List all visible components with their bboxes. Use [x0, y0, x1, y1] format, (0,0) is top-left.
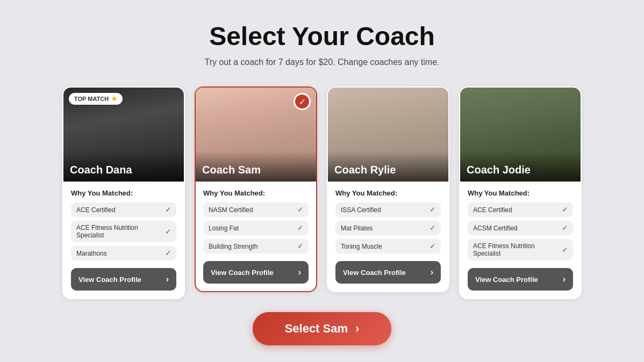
- page-title: Select Your Coach: [209, 21, 435, 51]
- tag-check-icon: ✓: [165, 206, 171, 214]
- tag-item: NASM Certified ✓: [203, 202, 309, 217]
- coaches-row: TOP MATCH ★ Coach Dana Why You Matched: …: [62, 86, 582, 299]
- tag-check-icon: ✓: [430, 224, 435, 232]
- coach-body: Why You Matched: ACE Certified ✓ ACE Fit…: [63, 182, 184, 291]
- tag-item: ACE Fitness Nutrition Specialist ✓: [71, 221, 176, 242]
- tag-item: Mat Pilates ✓: [335, 221, 441, 235]
- tag-item: Toning Muscle ✓: [335, 239, 441, 254]
- chevron-right-icon: ›: [298, 267, 301, 277]
- view-profile-label: View Coach Profile: [475, 276, 538, 284]
- select-button-label: Select Sam: [285, 322, 348, 336]
- tag-label: ACSM Certified: [473, 225, 518, 232]
- tag-check-icon: ✓: [297, 224, 303, 232]
- selected-check-icon: ✓: [294, 93, 311, 110]
- view-profile-label: View Coach Profile: [78, 276, 141, 284]
- coach-body: Why You Matched: ISSA Certified ✓ Mat Pi…: [328, 182, 448, 284]
- tag-label: Mat Pilates: [341, 225, 373, 232]
- view-profile-button[interactable]: View Coach Profile ›: [203, 261, 309, 284]
- coach-card-sam[interactable]: ✓ Coach Sam Why You Matched: NASM Certif…: [195, 86, 317, 292]
- why-matched-label: Why You Matched:: [71, 189, 176, 197]
- tag-check-icon: ✓: [430, 242, 435, 250]
- tags-list: ISSA Certified ✓ Mat Pilates ✓ Toning Mu…: [335, 202, 441, 254]
- coach-name: Coach Rylie: [328, 151, 448, 182]
- tag-check-icon: ✓: [430, 206, 435, 214]
- select-button-wrap: Select Sam ›: [253, 312, 392, 345]
- tag-item: ACE Certified ✓: [468, 202, 573, 217]
- tags-list: ACE Certified ✓ ACE Fitness Nutrition Sp…: [71, 202, 176, 260]
- tag-label: Toning Muscle: [341, 243, 382, 250]
- coach-name: Coach Dana: [63, 151, 184, 182]
- coach-card-rylie[interactable]: Coach Rylie Why You Matched: ISSA Certif…: [327, 86, 449, 292]
- tag-item: Marathons ✓: [71, 246, 176, 260]
- view-profile-label: View Coach Profile: [211, 269, 274, 277]
- tags-list: ACE Certified ✓ ACSM Certified ✓ ACE Fit…: [468, 202, 573, 260]
- tag-item: ISSA Certified ✓: [335, 202, 441, 217]
- chevron-right-icon: ›: [431, 267, 433, 277]
- tag-check-icon: ✓: [562, 224, 568, 232]
- tag-check-icon: ✓: [562, 206, 568, 214]
- tag-check-icon: ✓: [297, 206, 303, 214]
- view-profile-button[interactable]: View Coach Profile ›: [335, 261, 441, 284]
- tag-label: ACE Certified: [473, 206, 512, 214]
- why-matched-label: Why You Matched:: [335, 189, 441, 197]
- tag-label: ACE Fitness Nutrition Specialist: [76, 224, 165, 239]
- view-profile-button[interactable]: View Coach Profile ›: [71, 268, 176, 291]
- top-match-badge: TOP MATCH ★: [69, 93, 123, 105]
- page-subtitle: Try out a coach for 7 days for $20. Chan…: [205, 57, 440, 67]
- tag-item: ACE Fitness Nutrition Specialist ✓: [468, 239, 573, 260]
- tag-label: NASM Certified: [209, 206, 253, 214]
- chevron-right-icon: ›: [166, 274, 169, 284]
- coach-body: Why You Matched: ACE Certified ✓ ACSM Ce…: [460, 182, 581, 291]
- tag-item: Losing Fat ✓: [203, 221, 309, 235]
- why-matched-label: Why You Matched:: [468, 189, 573, 197]
- tag-label: Building Strength: [209, 243, 257, 250]
- why-matched-label: Why You Matched:: [203, 189, 309, 197]
- view-profile-label: View Coach Profile: [343, 269, 406, 277]
- coach-photo: Coach Rylie: [328, 88, 448, 182]
- tag-label: ACE Certified: [76, 206, 116, 214]
- tag-item: ACSM Certified ✓: [468, 221, 573, 235]
- tag-label: ACE Fitness Nutrition Specialist: [473, 242, 562, 257]
- coach-card-dana[interactable]: TOP MATCH ★ Coach Dana Why You Matched: …: [62, 86, 185, 299]
- view-profile-button[interactable]: View Coach Profile ›: [468, 268, 573, 291]
- tag-item: ACE Certified ✓: [71, 202, 176, 217]
- coach-name: Coach Sam: [196, 151, 316, 182]
- coach-name: Coach Jodie: [460, 151, 581, 182]
- chevron-right-icon: ›: [563, 274, 566, 284]
- coach-body: Why You Matched: NASM Certified ✓ Losing…: [196, 182, 316, 284]
- tag-label: Marathons: [76, 250, 107, 257]
- tag-check-icon: ✓: [165, 249, 171, 257]
- star-icon: ★: [111, 95, 117, 103]
- tag-check-icon: ✓: [562, 246, 568, 254]
- coach-photo: Coach Jodie: [460, 88, 581, 182]
- tag-check-icon: ✓: [297, 242, 303, 250]
- select-button-arrow: ›: [355, 322, 359, 336]
- tag-label: Losing Fat: [209, 225, 239, 232]
- tag-check-icon: ✓: [165, 228, 171, 236]
- top-match-text: TOP MATCH: [74, 96, 109, 102]
- tag-item: Building Strength ✓: [203, 239, 309, 254]
- coach-card-jodie[interactable]: Coach Jodie Why You Matched: ACE Certifi…: [459, 86, 582, 299]
- tags-list: NASM Certified ✓ Losing Fat ✓ Building S…: [203, 202, 309, 254]
- tag-label: ISSA Certified: [341, 206, 381, 214]
- select-sam-button[interactable]: Select Sam ›: [253, 312, 392, 345]
